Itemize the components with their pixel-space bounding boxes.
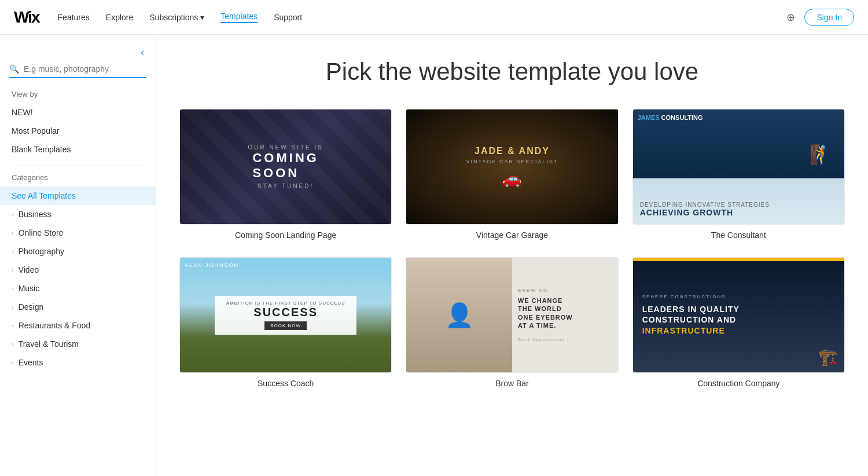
sidebar-divider: [12, 166, 144, 166]
template-card-vintage-car[interactable]: JADE & ANDY VINTAGE CAR SPECIALIST 🚗 Vin…: [406, 109, 618, 240]
chevron-right-icon: ›: [12, 359, 14, 366]
chevron-right-icon: ›: [12, 248, 14, 255]
sidebar-item-events[interactable]: › Events: [0, 353, 156, 372]
main-content: Pick the website template you love OUR N…: [156, 35, 868, 476]
wix-logo[interactable]: Wix: [14, 8, 39, 27]
sidebar-collapse-area: ‹: [0, 46, 156, 64]
template-name-vintage-car: Vintage Car Garage: [406, 230, 618, 240]
sidebar-item-music[interactable]: › Music: [0, 279, 156, 298]
chevron-down-icon: ▾: [200, 13, 204, 22]
sidebar-collapse-button[interactable]: ‹: [141, 46, 144, 58]
search-icon: 🔍: [9, 64, 19, 74]
nav-features[interactable]: Features: [58, 13, 90, 22]
template-card-brow-bar[interactable]: 👤 BREW CO. WE CHANGETHE WORLDONE EYEBROW…: [406, 257, 618, 388]
sidebar-item-new[interactable]: NEW!: [0, 103, 156, 122]
template-thumbnail-brow-bar: 👤 BREW CO. WE CHANGETHE WORLDONE EYEBROW…: [406, 257, 618, 373]
chevron-right-icon: ›: [12, 340, 14, 347]
chevron-right-icon: ›: [12, 211, 14, 218]
template-name-success-coach: Success Coach: [179, 379, 392, 388]
template-card-coming-soon[interactable]: OUR NEW SITE IS COMINGSOON STAY TUNED! C…: [179, 109, 392, 240]
sidebar-item-all[interactable]: See All Templates: [0, 186, 156, 205]
template-card-success-coach[interactable]: ALAN JOHNSON AMBITION IS THE FIRST STEP …: [179, 257, 392, 388]
sidebar-item-business[interactable]: › Business: [0, 205, 156, 224]
sidebar-item-restaurants[interactable]: › Restaurants & Food: [0, 316, 156, 335]
hero-title: Pick the website template you love: [179, 58, 845, 86]
sidebar-item-online-store[interactable]: › Online Store: [0, 224, 156, 242]
search-input[interactable]: [24, 64, 146, 74]
templates-grid: OUR NEW SITE IS COMINGSOON STAY TUNED! C…: [179, 109, 845, 388]
template-thumbnail-success: ALAN JOHNSON AMBITION IS THE FIRST STEP …: [179, 257, 392, 373]
template-thumbnail-construction: SPHERE CONSTRUCTIONS LEADERS IN QUALITYC…: [632, 257, 845, 373]
template-card-consultant[interactable]: JAMES CONSULTING 🧗 DEVELOPING INNOVATIVE…: [632, 109, 845, 240]
view-by-label: View by: [0, 90, 156, 103]
template-name-construction: Construction Company: [632, 379, 845, 388]
search-box: 🔍: [9, 64, 146, 78]
categories-label: Categories: [0, 173, 156, 186]
nav-links: Features Explore Subscriptions ▾ Templat…: [58, 12, 787, 23]
chevron-right-icon: ›: [12, 285, 14, 292]
sidebar-item-travel[interactable]: › Travel & Tourism: [0, 335, 156, 353]
chevron-right-icon: ›: [12, 322, 14, 329]
template-name-brow-bar: Brow Bar: [406, 379, 618, 388]
sidebar-item-blank-templates[interactable]: Blank Templates: [0, 140, 156, 159]
nav-support[interactable]: Support: [274, 13, 302, 22]
sidebar: ‹ 🔍 View by NEW! Most Popular Blank Temp…: [0, 35, 156, 476]
sidebar-item-video[interactable]: › Video: [0, 261, 156, 279]
page-layout: ‹ 🔍 View by NEW! Most Popular Blank Temp…: [0, 35, 868, 476]
sidebar-item-photography[interactable]: › Photography: [0, 242, 156, 261]
sidebar-item-most-popular[interactable]: Most Popular: [0, 122, 156, 140]
template-thumbnail-coming-soon: OUR NEW SITE IS COMINGSOON STAY TUNED!: [179, 109, 392, 225]
sidebar-item-design[interactable]: › Design: [0, 298, 156, 316]
template-name-consultant: The Consultant: [632, 230, 845, 240]
chevron-right-icon: ›: [12, 266, 14, 273]
nav-subscriptions[interactable]: Subscriptions ▾: [149, 13, 204, 22]
chevron-right-icon: ›: [12, 229, 14, 236]
sign-in-button[interactable]: Sign In: [804, 9, 854, 26]
template-card-construction[interactable]: SPHERE CONSTRUCTIONS LEADERS IN QUALITYC…: [632, 257, 845, 388]
chevron-right-icon: ›: [12, 303, 14, 310]
template-thumbnail-consultant: JAMES CONSULTING 🧗 DEVELOPING INNOVATIVE…: [632, 109, 845, 225]
nav-right: ⊕ Sign In: [786, 9, 854, 26]
top-navigation: Wix Features Explore Subscriptions ▾ Tem…: [0, 0, 868, 35]
template-name-coming-soon: Coming Soon Landing Page: [179, 230, 392, 240]
globe-icon[interactable]: ⊕: [786, 11, 795, 24]
nav-templates[interactable]: Templates: [220, 12, 258, 23]
nav-explore[interactable]: Explore: [106, 13, 133, 22]
template-thumbnail-vintage-car: JADE & ANDY VINTAGE CAR SPECIALIST 🚗: [406, 109, 618, 225]
